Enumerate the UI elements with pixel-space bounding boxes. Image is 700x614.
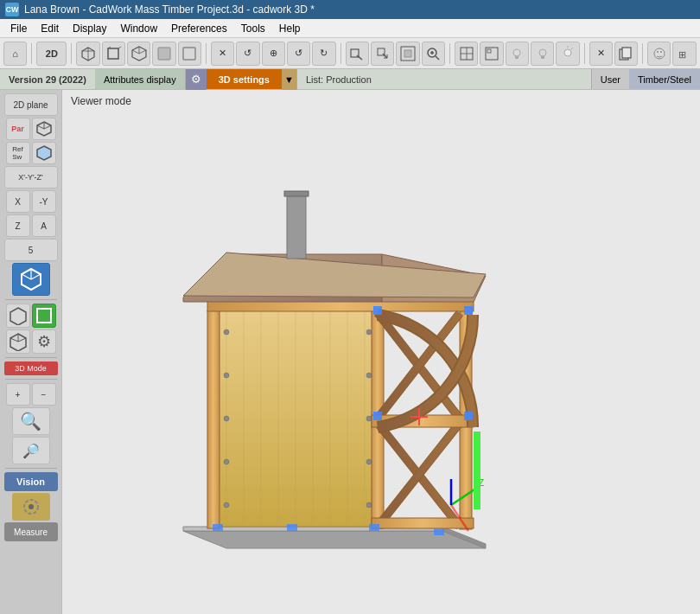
zoom-fit-icon[interactable]: 🔎	[12, 437, 50, 464]
zoom-out-button[interactable]: −	[32, 383, 56, 406]
toolbar-cube[interactable]	[76, 42, 99, 66]
title-bar: CW Lana Brown - CadWork Mass Timber Proj…	[0, 0, 700, 19]
cogwheel-icon	[12, 493, 50, 521]
2d-plane-button[interactable]: 2D plane	[4, 93, 58, 116]
3d-mode-label: 3D Mode	[4, 361, 58, 375]
menu-window[interactable]: Window	[113, 19, 164, 37]
svg-line-7	[132, 50, 139, 54]
xyz-button[interactable]: X'-Y'-Z'	[4, 166, 58, 189]
svg-line-43	[37, 125, 44, 129]
toolbar-sep-1	[31, 43, 32, 64]
svg-rect-105	[287, 524, 297, 531]
3d-mode-active-icon[interactable]	[12, 263, 50, 296]
view-top-icon[interactable]	[6, 329, 30, 354]
timber-steel-label: Timber/Steel	[629, 69, 700, 89]
toolbar-undo[interactable]: ↺	[287, 42, 310, 66]
menu-edit[interactable]: Edit	[34, 19, 66, 37]
measure-button[interactable]: Measure	[4, 522, 58, 541]
menu-preferences[interactable]: Preferences	[164, 19, 234, 37]
x-button[interactable]: X	[6, 190, 30, 213]
toolbar-2d[interactable]: 2D	[36, 42, 67, 66]
svg-rect-109	[373, 412, 382, 420]
panel-separator-2	[5, 357, 57, 358]
vision-button[interactable]: Vision	[4, 472, 58, 491]
toolbar-cut[interactable]: ✕	[589, 42, 613, 66]
svg-line-20	[436, 56, 439, 60]
zoom-in-button[interactable]: +	[6, 383, 30, 406]
toolbar-sep-4	[340, 43, 341, 64]
toolbar-light3[interactable]	[556, 42, 579, 66]
toolbar-home[interactable]: ⌂	[3, 42, 27, 66]
menu-help[interactable]: Help	[272, 19, 308, 37]
svg-point-75	[224, 502, 229, 508]
viewer-area[interactable]: Viewer mode	[62, 90, 700, 614]
svg-rect-36	[622, 48, 631, 58]
toolbar-select[interactable]: ✕	[211, 42, 234, 66]
svg-rect-114	[474, 432, 480, 509]
minus-y-button[interactable]: -Y	[32, 190, 56, 213]
toolbar-snap-point[interactable]	[480, 42, 503, 66]
toolbar-extra[interactable]: ⊞	[672, 42, 696, 66]
z-button[interactable]: Z	[6, 214, 30, 237]
settings-3d-label[interactable]: 3D settings	[207, 69, 282, 89]
toolbar-front[interactable]	[102, 42, 125, 66]
menu-tools[interactable]: Tools	[234, 19, 272, 37]
svg-point-28	[513, 49, 520, 56]
par-axo-pair: Par	[6, 118, 56, 140]
view-front-icon[interactable]	[6, 304, 30, 328]
magnify-icon[interactable]: 🔍	[12, 407, 50, 435]
toolbar-fit[interactable]	[396, 42, 419, 66]
view-pair-1	[6, 304, 56, 328]
toolbar-move[interactable]: ⊕	[262, 42, 285, 66]
s-button[interactable]: 5	[4, 239, 58, 261]
svg-rect-107	[434, 528, 444, 535]
svg-point-78	[366, 416, 372, 421]
toolbar-snap-grid[interactable]	[455, 42, 478, 66]
svg-rect-104	[213, 524, 223, 531]
settings-dropdown-icon[interactable]: ▼	[282, 69, 297, 90]
svg-point-32	[564, 49, 571, 56]
refswitch-pair: RefSw	[6, 142, 56, 164]
view-iso-icon[interactable]	[32, 304, 56, 328]
refswitch-cube-icon[interactable]	[32, 142, 56, 164]
menu-bar: File Edit Display Window Preferences Too…	[0, 19, 700, 38]
toolbar-copy[interactable]	[614, 42, 638, 66]
view-settings-icon[interactable]: ⚙	[32, 329, 56, 354]
toolbar-wire[interactable]	[178, 42, 201, 66]
svg-point-74	[224, 459, 229, 464]
view-pair-2: ⚙	[6, 329, 56, 354]
toolbar-zoom-all[interactable]	[371, 42, 394, 66]
refswitch-button[interactable]: RefSw	[6, 142, 30, 164]
attrs-display-label[interactable]: Attributes display	[95, 69, 186, 89]
zoom-pair: + −	[6, 383, 56, 406]
toolbar-redo[interactable]: ↻	[312, 42, 335, 66]
toolbar-face[interactable]	[647, 42, 671, 66]
svg-marker-50	[10, 308, 26, 325]
svg-rect-81	[207, 310, 220, 528]
svg-rect-106	[369, 524, 379, 531]
par-button[interactable]: Par	[6, 118, 30, 140]
svg-rect-111	[464, 306, 473, 315]
svg-point-57	[29, 504, 34, 509]
status-right: User Timber/Steel	[591, 69, 700, 89]
settings-gear-icon[interactable]: ⚙	[186, 69, 207, 90]
toolbar-rotate[interactable]: ↺	[236, 42, 259, 66]
svg-rect-29	[515, 56, 519, 59]
svg-rect-27	[487, 49, 491, 53]
panel-separator-4	[5, 468, 57, 469]
svg-point-71	[224, 329, 229, 335]
svg-rect-2	[108, 48, 118, 59]
left-panel: 2D plane Par RefSw X'-Y'-Z'	[0, 90, 62, 614]
a-button[interactable]: A	[32, 214, 56, 237]
toolbar-light1[interactable]	[506, 42, 529, 66]
menu-file[interactable]: File	[3, 19, 34, 37]
toolbar-light2[interactable]	[531, 42, 554, 66]
building-model: Z	[114, 107, 589, 566]
menu-display[interactable]: Display	[66, 19, 113, 37]
toolbar-zoom-box[interactable]	[346, 42, 369, 66]
toolbar-zoom-in[interactable]	[422, 42, 445, 66]
axo-cube-icon[interactable]	[32, 118, 56, 140]
svg-line-44	[44, 125, 51, 129]
toolbar-solid[interactable]	[152, 42, 175, 66]
toolbar-iso[interactable]	[127, 42, 150, 66]
